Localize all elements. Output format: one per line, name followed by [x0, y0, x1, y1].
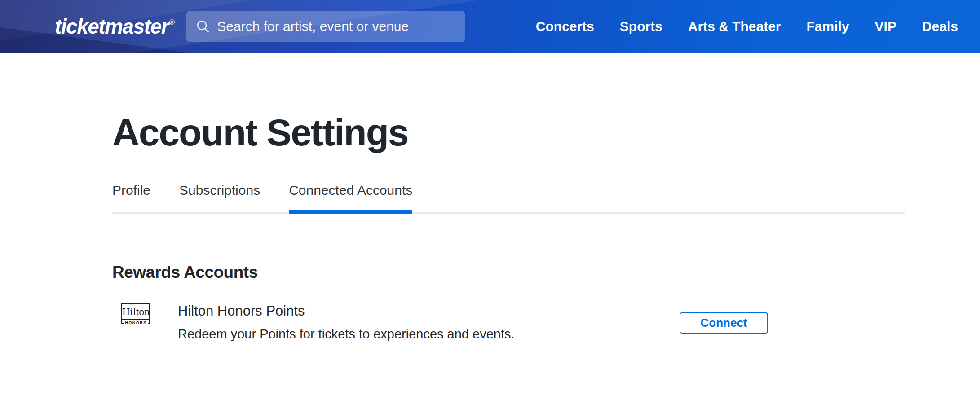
- nav-item-vip[interactable]: VIP: [875, 19, 896, 34]
- reward-text-block: Hilton Honors Points Redeem your Points …: [178, 302, 515, 342]
- tab-bar: Profile Subscriptions Connected Accounts: [112, 183, 905, 214]
- top-nav-bar: ticketmaster® Concerts Sports Arts & The…: [0, 0, 980, 53]
- tab-subscriptions[interactable]: Subscriptions: [179, 183, 260, 212]
- nav-item-arts-theater[interactable]: Arts & Theater: [688, 19, 781, 34]
- hilton-logo-subtext: HONORS: [121, 320, 150, 325]
- tab-profile[interactable]: Profile: [112, 183, 150, 212]
- hilton-logo-wordmark: Hilton: [121, 303, 150, 320]
- nav-item-concerts[interactable]: Concerts: [536, 19, 594, 34]
- logo-wordmark: ticketmaster: [55, 15, 168, 38]
- nav-item-deals[interactable]: Deals: [922, 19, 958, 34]
- hilton-honors-logo: Hilton HONORS: [121, 303, 150, 325]
- search-input[interactable]: [217, 19, 455, 34]
- reward-title: Hilton Honors Points: [178, 303, 515, 319]
- ticketmaster-logo[interactable]: ticketmaster®: [55, 14, 174, 39]
- primary-nav: Concerts Sports Arts & Theater Family VI…: [536, 19, 958, 34]
- reward-row-hilton: Hilton HONORS Hilton Honors Points Redee…: [112, 302, 768, 342]
- nav-item-sports[interactable]: Sports: [620, 19, 662, 34]
- main-content: Account Settings Profile Subscriptions C…: [0, 114, 980, 342]
- page-title: Account Settings: [112, 114, 905, 151]
- nav-item-family[interactable]: Family: [807, 19, 849, 34]
- search-icon: [196, 20, 210, 33]
- search-box[interactable]: [186, 11, 465, 42]
- rewards-accounts-heading: Rewards Accounts: [112, 263, 905, 282]
- reward-description: Redeem your Points for tickets to experi…: [178, 326, 515, 342]
- tab-connected-accounts[interactable]: Connected Accounts: [289, 183, 412, 212]
- registered-mark: ®: [169, 18, 174, 26]
- connect-button[interactable]: Connect: [680, 312, 768, 334]
- hilton-logo-bracket-right: [148, 320, 150, 324]
